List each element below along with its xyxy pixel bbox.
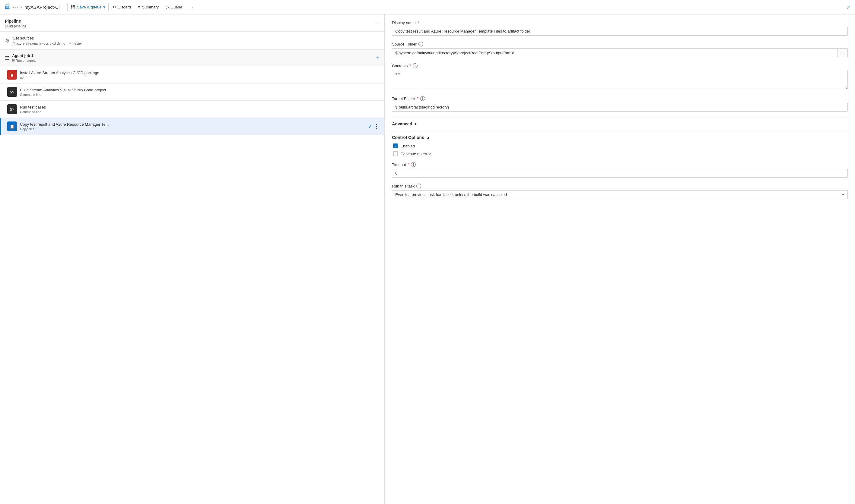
agent-job-title: Agent job 1 xyxy=(12,53,36,58)
contents-info-icon[interactable]: i xyxy=(413,63,418,68)
pipeline-subtitle: Build pipeline xyxy=(5,24,26,28)
pipeline-title: Pipeline xyxy=(5,19,26,23)
queue-icon: ▷ xyxy=(166,5,169,10)
advanced-chevron: ▾ xyxy=(415,122,416,126)
main-area: Pipeline Build pipeline ··· ⚙ Get source… xyxy=(0,15,855,504)
run-this-task-label: Run this task i xyxy=(392,184,848,188)
save-queue-label: Save & queue xyxy=(77,5,102,10)
agent-job-row[interactable]: ☰ Agent job 1 ⊞ Run on agent + xyxy=(0,50,384,66)
task-icon: 📋 xyxy=(7,122,17,131)
display-name-required: * xyxy=(418,21,419,25)
run-this-task-select[interactable]: Even if a previous task has failed, unle… xyxy=(392,190,848,199)
task-name: Copy test result and Azure Resource Mana… xyxy=(20,122,365,127)
timeout-info-icon[interactable]: i xyxy=(411,162,416,167)
pipeline-header: Pipeline Build pipeline ··· xyxy=(0,15,384,32)
task-list: ▣ Install Azure Stream Analytics CI/CD p… xyxy=(0,66,384,135)
agent-icon: ⊞ xyxy=(12,58,15,62)
advanced-section-header[interactable]: Advanced ▾ xyxy=(392,118,848,130)
right-panel: Display name * Source Folder i ··· Conte… xyxy=(385,15,855,504)
git-icon: ⊞ xyxy=(13,41,15,45)
task-name: Install Azure Stream Analytics CI/CD pac… xyxy=(20,71,380,75)
run-this-task-info-icon[interactable]: i xyxy=(416,184,421,188)
source-folder-group: Source Folder i ··· xyxy=(392,41,848,57)
target-folder-label: Target Folder * i xyxy=(392,96,848,101)
continue-on-error-checkbox[interactable] xyxy=(393,151,398,156)
advanced-label: Advanced xyxy=(392,122,412,126)
topbar-separator xyxy=(61,4,61,11)
source-folder-action-button[interactable]: ··· xyxy=(838,48,848,57)
task-name: Build Stream Analytics Visual Studio Cod… xyxy=(20,88,380,92)
nav-dots[interactable]: ··· xyxy=(13,4,18,10)
task-icon: $> xyxy=(7,104,17,114)
more-options-button[interactable]: ··· xyxy=(187,3,196,11)
display-name-input[interactable] xyxy=(392,27,848,36)
display-name-group: Display name * xyxy=(392,20,848,36)
timeout-required: * xyxy=(408,162,409,167)
task-info: Run test cases Command line xyxy=(20,105,380,114)
task-item-task-4[interactable]: 📋 Copy test result and Azure Resource Ma… xyxy=(0,118,384,135)
task-item-task-2[interactable]: $> Build Stream Analytics Visual Studio … xyxy=(0,84,384,101)
task-check-icon: ✔ xyxy=(368,124,372,129)
contents-input[interactable]: ** xyxy=(392,70,848,89)
run-this-task-select-wrapper: Even if a previous task has failed, unle… xyxy=(392,190,848,199)
task-type: npm xyxy=(20,76,380,79)
summary-button[interactable]: ≡ Summary xyxy=(135,3,162,11)
task-item-task-3[interactable]: $> Run test cases Command line xyxy=(0,101,384,118)
topbar: 🏛 ··· › myASAProject-CI 💾 Save & queue ▾… xyxy=(0,0,855,15)
get-sources-item[interactable]: ⚙ Get sources ⊞ azure-streamanalytics-ci… xyxy=(0,32,384,50)
pipeline-info: Pipeline Build pipeline xyxy=(5,19,26,28)
agent-job-icon: ☰ xyxy=(5,55,9,61)
task-icon: $> xyxy=(7,87,17,97)
topbar-left: 🏛 ··· › myASAProject-CI xyxy=(5,4,60,10)
discard-button[interactable]: ↺ Discard xyxy=(110,3,134,11)
task-right: ✔ ⋮ xyxy=(368,123,380,130)
topbar-right: ⤢ xyxy=(847,5,850,10)
task-more-button[interactable]: ⋮ xyxy=(374,123,380,130)
display-name-label: Display name * xyxy=(392,20,848,25)
task-info: Copy test result and Azure Resource Mana… xyxy=(20,122,365,131)
timeout-input[interactable] xyxy=(392,169,848,178)
task-item-task-1[interactable]: ▣ Install Azure Stream Analytics CI/CD p… xyxy=(0,66,384,84)
task-icon: ▣ xyxy=(7,70,17,79)
target-folder-input[interactable] xyxy=(392,103,848,111)
save-icon: 💾 xyxy=(71,5,75,10)
agent-job-info: Agent job 1 ⊞ Run on agent xyxy=(12,53,36,62)
left-panel: Pipeline Build pipeline ··· ⚙ Get source… xyxy=(0,15,385,504)
project-title: myASAProject-CI xyxy=(24,4,60,10)
source-folder-info-icon[interactable]: i xyxy=(418,41,423,47)
source-folder-input[interactable] xyxy=(392,48,838,57)
contents-required: * xyxy=(409,64,411,68)
pipeline-more-button[interactable]: ··· xyxy=(374,19,380,25)
get-sources-meta: ⊞ azure-streamanalytics-cicd-demo ⑂ mast… xyxy=(13,41,82,45)
task-type: Command line xyxy=(20,93,380,96)
app-icon: 🏛 xyxy=(5,4,10,10)
enabled-checkbox[interactable]: ✓ xyxy=(393,143,398,148)
control-options-chevron: ▲ xyxy=(426,136,430,140)
source-folder-input-row: ··· xyxy=(392,48,848,57)
target-folder-info-icon[interactable]: i xyxy=(420,96,425,101)
nav-chevron: › xyxy=(21,5,22,10)
continue-on-error-row: Continue on error xyxy=(393,151,848,156)
enabled-label: Enabled xyxy=(400,144,415,148)
continue-on-error-label: Continue on error xyxy=(400,151,431,156)
add-task-button[interactable]: + xyxy=(376,55,380,61)
task-type: Copy files xyxy=(20,127,365,131)
topbar-actions: 💾 Save & queue ▾ ↺ Discard ≡ Summary ▷ Q… xyxy=(67,3,196,11)
control-options-section-header[interactable]: Control Options ▲ xyxy=(392,131,848,143)
branch-info: ⑂ master xyxy=(69,41,82,45)
save-queue-button[interactable]: 💾 Save & queue ▾ xyxy=(67,3,109,11)
repo-info: ⊞ azure-streamanalytics-cicd-demo xyxy=(13,41,65,45)
control-options-label: Control Options xyxy=(392,135,424,140)
enabled-row: ✓ Enabled xyxy=(393,143,848,148)
target-folder-required: * xyxy=(417,96,418,101)
summary-icon: ≡ xyxy=(138,5,141,10)
discard-icon: ↺ xyxy=(113,5,116,10)
expand-icon[interactable]: ⤢ xyxy=(847,5,850,10)
agent-job-subtitle: ⊞ Run on agent xyxy=(12,58,36,62)
task-info: Build Stream Analytics Visual Studio Cod… xyxy=(20,88,380,96)
task-info: Install Azure Stream Analytics CI/CD pac… xyxy=(20,71,380,79)
timeout-group: Timeout * i xyxy=(392,162,848,178)
get-sources-title: Get sources xyxy=(13,36,82,40)
queue-button[interactable]: ▷ Queue xyxy=(163,3,185,11)
task-name: Run test cases xyxy=(20,105,380,109)
